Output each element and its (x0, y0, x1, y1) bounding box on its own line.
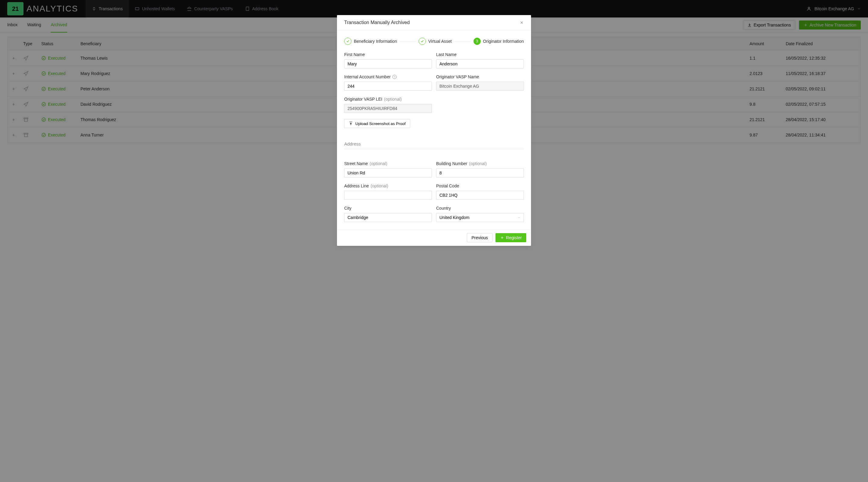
step-check-icon (418, 38, 426, 45)
step-2: Virtual Asset (418, 38, 452, 45)
label: Internal Account Number? (344, 74, 432, 79)
modal-title: Transaction Manually Archived (344, 20, 410, 25)
upload-button[interactable]: Upload Screenshot as Proof (344, 119, 410, 128)
field-last-name: Last Name (436, 52, 524, 68)
modal-header: Transaction Manually Archived (337, 15, 531, 30)
label: Originator VASP LEI (optional) (344, 97, 432, 101)
address-section-title: Address (344, 141, 524, 147)
steps: Beneficiary Information Virtual Asset 3 … (344, 38, 524, 45)
field-vasp-name: Originator VASP Name (436, 74, 524, 91)
close-button[interactable] (520, 21, 524, 25)
step-1: Beneficiary Information (344, 38, 397, 45)
modal: Transaction Manually Archived Beneficiar… (337, 15, 531, 147)
step-3: 3 Originator Information (473, 38, 524, 45)
account-input[interactable] (344, 82, 432, 91)
vasp-name-input (436, 82, 524, 91)
step-check-icon (344, 38, 351, 45)
field-account: Internal Account Number? (344, 74, 432, 91)
vasp-lei-input (344, 104, 432, 113)
first-name-input[interactable] (344, 59, 432, 68)
field-first-name: First Name (344, 52, 432, 68)
modal-overlay[interactable]: Transaction Manually Archived Beneficiar… (0, 0, 868, 147)
last-name-input[interactable] (436, 59, 524, 68)
upload-label: Upload Screenshot as Proof (355, 121, 406, 126)
upload-icon (349, 121, 353, 126)
label: Originator VASP Name (436, 74, 524, 79)
label: Last Name (436, 52, 524, 57)
step-label: Virtual Asset (428, 39, 452, 44)
close-icon (520, 21, 524, 25)
step-label: Beneficiary Information (354, 39, 397, 44)
label: First Name (344, 52, 432, 57)
info-icon[interactable]: ? (393, 75, 397, 79)
step-number: 3 (473, 38, 481, 45)
field-vasp-lei: Originator VASP LEI (optional) (344, 97, 432, 113)
step-label: Originator Information (483, 39, 524, 44)
